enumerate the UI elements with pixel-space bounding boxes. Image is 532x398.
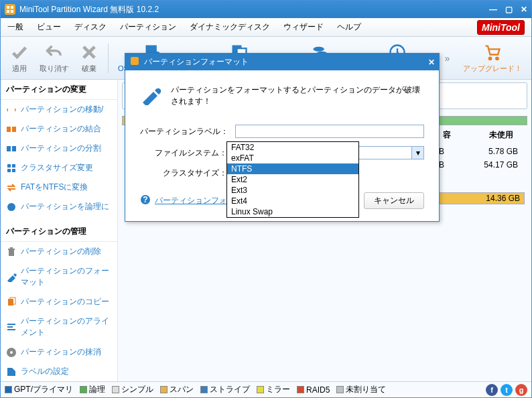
legend-span: スパン [170, 384, 194, 395]
svg-rect-26 [131, 57, 139, 65]
convert-icon [6, 182, 17, 193]
window-title: MiniTool Partition Wizard 無料版 10.2.2 [19, 4, 489, 15]
sidebar-item-delete[interactable]: パーティションの削除 [1, 242, 117, 261]
split-icon [6, 143, 17, 154]
row1-d2: 5.78 GB [471, 147, 518, 156]
row2-d2: 54.17 GB [471, 160, 518, 170]
maximize-button[interactable]: ▢ [505, 5, 513, 14]
minimize-button[interactable]: — [489, 5, 497, 14]
dialog-icon [129, 56, 140, 68]
legend-stripe: ストライプ [210, 384, 250, 395]
move-icon [6, 105, 17, 115]
check-icon [10, 43, 29, 62]
fs-option-ext2[interactable]: Ext2 [227, 174, 358, 185]
legend-logical: 論理 [89, 384, 105, 395]
legend-simple: シンプル [121, 384, 153, 395]
label-icon [6, 367, 17, 377]
svg-point-23 [10, 351, 13, 354]
chevron-down-icon: ▾ [411, 147, 423, 159]
format-icon [6, 271, 17, 282]
fs-option-ext4[interactable]: Ext4 [227, 196, 358, 206]
facebook-icon[interactable]: f [486, 384, 498, 396]
fs-option-ext3[interactable]: Ext3 [227, 185, 358, 196]
menu-dynamic-disk[interactable]: ダイナミックディスク [183, 18, 277, 36]
cluster-icon [6, 163, 17, 174]
menu-general[interactable]: 一般 [1, 18, 30, 36]
sidebar-item-copy[interactable]: パーティションのコピー [1, 292, 117, 312]
merge-icon [6, 124, 17, 135]
pen-icon [140, 84, 161, 107]
menu-disk[interactable]: ディスク [68, 18, 113, 36]
col-capacity: 容 [443, 129, 451, 141]
brand-logo: MiniTool [477, 20, 525, 35]
format-dialog: パーティションフォーマット ✕ パーティションをフォーマットするとパーティション… [125, 53, 440, 222]
svg-point-10 [496, 57, 498, 60]
undo-icon [45, 43, 64, 62]
fs-option-ntfs[interactable]: NTFS [227, 163, 358, 174]
dialog-warning: パーティションをフォーマットするとパーティションのデータが破壊されます！ [171, 84, 424, 107]
legend-raid5: RAID5 [306, 385, 330, 395]
svg-point-9 [489, 57, 492, 60]
close-button[interactable]: ✕ [521, 5, 527, 14]
twitter-icon[interactable]: t [501, 384, 513, 396]
svg-point-5 [313, 46, 324, 51]
wipe-icon [6, 347, 17, 358]
discard-button[interactable]: 破棄 [74, 37, 104, 79]
svg-rect-17 [7, 169, 11, 172]
menu-partition[interactable]: パーティション [113, 18, 183, 36]
svg-rect-15 [7, 164, 11, 168]
sidebar-item-split[interactable]: パーティションの分割 [1, 139, 117, 158]
title-bar: MiniTool Partition Wizard 無料版 10.2.2 — ▢… [1, 1, 531, 18]
menu-view[interactable]: ビュー [30, 18, 68, 36]
sidebar-item-label[interactable]: ラベルの設定 [1, 362, 117, 381]
menu-help[interactable]: ヘルプ [330, 18, 368, 36]
undo-button[interactable]: 取り消す [34, 37, 74, 79]
legend-gpt: GPT/プライマリ [14, 384, 73, 395]
menu-bar: 一般 ビュー ディスク パーティション ダイナミックディスク ウィザード ヘルプ… [1, 18, 531, 37]
svg-rect-18 [12, 169, 15, 172]
partition-label-lbl: パーティションラベル： [140, 126, 228, 137]
svg-rect-16 [12, 164, 15, 168]
filesystem-lbl: ファイルシステム： [140, 147, 227, 159]
sidebar-item-cluster[interactable]: クラスタサイズ変更 [1, 158, 117, 178]
sidebar-item-format[interactable]: パーティションのフォーマット [1, 261, 117, 292]
svg-rect-12 [12, 127, 16, 132]
legend-mirror: ミラー [266, 384, 290, 395]
sidebar-manage-header: パーティションの管理 [1, 222, 117, 242]
trash-icon [6, 247, 17, 257]
dialog-title: パーティションフォーマット [144, 56, 249, 68]
sidebar-item-wipe[interactable]: パーティションの抹消 [1, 342, 117, 362]
sidebar-item-logical[interactable]: パーティションを論理に [1, 197, 117, 216]
row1-d1: B [439, 147, 444, 156]
app-icon [5, 4, 15, 15]
sidebar-item-fat2ntfs[interactable]: FATをNTFSに変換 [1, 178, 117, 197]
dialog-close-button[interactable]: ✕ [428, 58, 435, 67]
cancel-button[interactable]: キャンセル [364, 192, 424, 209]
legend-unalloc: 未割り当て [346, 384, 386, 395]
gplus-icon[interactable]: g [515, 384, 527, 396]
svg-point-19 [7, 203, 15, 211]
svg-rect-11 [7, 127, 11, 132]
fs-option-fat32[interactable]: FAT32 [227, 142, 358, 153]
fs-option-linuxswap[interactable]: Linux Swap [227, 206, 358, 217]
partition-label-input[interactable] [235, 125, 424, 138]
sidebar-item-move[interactable]: パーティションの移動/ [1, 100, 117, 119]
status-bar: GPT/プライマリ 論理 シンプル スパン ストライプ ミラー RAID5 未割… [1, 381, 531, 397]
sidebar-item-merge[interactable]: パーティションの結合 [1, 119, 117, 139]
fs-option-exfat[interactable]: exFAT [227, 153, 358, 163]
copy-icon [6, 297, 17, 308]
more-button[interactable]: » [440, 37, 456, 79]
x-icon [80, 43, 98, 62]
cluster-lbl: クラスタサイズ： [140, 168, 227, 179]
align-icon [6, 322, 17, 332]
upgrade-button[interactable]: アップグレード！ [458, 37, 527, 79]
col-unused: 未使用 [478, 129, 525, 141]
filesystem-dropdown: FAT32 exFAT NTFS Ext2 Ext3 Ext4 Linux Sw… [226, 141, 359, 218]
sidebar-change-header: パーティションの変更 [1, 80, 117, 100]
svg-text:?: ? [143, 195, 147, 204]
apply-button[interactable]: 適用 [5, 37, 34, 79]
menu-wizard[interactable]: ウィザード [277, 18, 330, 36]
cart-icon [483, 43, 502, 62]
dialog-title-bar[interactable]: パーティションフォーマット ✕ [125, 54, 439, 70]
sidebar-item-align[interactable]: パーティションのアライメント [1, 312, 117, 342]
